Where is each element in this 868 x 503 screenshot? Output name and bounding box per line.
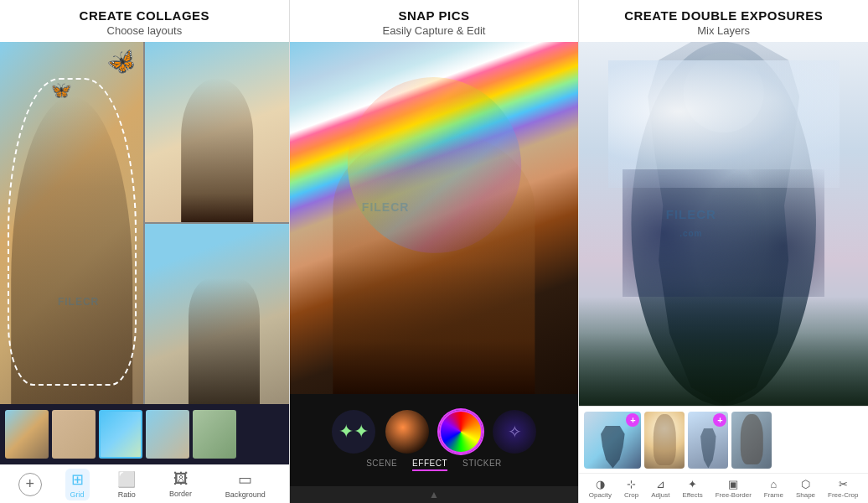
clouds-overlay — [608, 60, 840, 188]
shape-label: Shape — [796, 491, 815, 499]
tab-scene[interactable]: SCENE — [366, 459, 397, 471]
grid-icon: ⊞ — [71, 470, 84, 489]
tp3-adjust[interactable]: ⊿ Adjust — [651, 478, 669, 499]
opacity-icon: ◑ — [596, 478, 605, 490]
snap-title: SNAP PICS — [298, 8, 571, 23]
tp3-shape[interactable]: ⬡ Shape — [796, 478, 815, 499]
tp3-frame[interactable]: ⌂ Frame — [764, 478, 783, 499]
collage-toolbar: + ⊞ Grid ⬜ Ratio 🖼 Border ▭ Background — [0, 464, 289, 503]
snap-main-photo: FILECR — [290, 42, 579, 394]
effects-tabs: SCENE EFFECT STICKER — [366, 459, 502, 471]
collage-thumb-1[interactable] — [5, 410, 49, 459]
toolbar-background[interactable]: ▭ Background — [220, 469, 271, 500]
butterfly-small-icon: 🦋 — [49, 78, 73, 101]
person-figure-br — [189, 278, 261, 405]
de-thumb-3[interactable]: + — [688, 412, 728, 469]
effect-gradient[interactable] — [385, 410, 429, 454]
panel-collages: CREATE COLLAGES Choose layouts 🦋 🦋 — [0, 0, 290, 503]
frame-icon: ⌂ — [770, 478, 777, 490]
plus-badge-1: + — [626, 413, 639, 427]
panel-double-exposure: CREATE DOUBLE EXPOSURES Mix Layers FILEC… — [579, 0, 868, 503]
effects-circles: ✦✦ ✧ — [332, 410, 536, 454]
crop-label: Crop — [624, 491, 638, 499]
starry-overlay — [623, 169, 824, 297]
collage-cell-main: 🦋 🦋 — [0, 42, 143, 404]
stars-content: ✦✦ — [338, 421, 369, 443]
effect-sparkle[interactable]: ✧ — [493, 410, 536, 454]
effect-stars[interactable]: ✦✦ — [332, 410, 375, 454]
tab-sticker[interactable]: STICKER — [462, 459, 502, 471]
de-thumb-silhouette-1 — [596, 426, 630, 469]
person-figure-tr — [181, 78, 253, 222]
effects-bar: ✦✦ ✧ SCENE EFFECT STICKER — [290, 394, 579, 486]
free-border-label: Free-Border — [716, 491, 752, 499]
de-content: FILECR.com + + — [579, 42, 868, 503]
background-icon: ▭ — [238, 470, 252, 489]
shape-icon: ⬡ — [801, 478, 810, 490]
add-button[interactable]: + — [18, 473, 42, 496]
toolbar-grid[interactable]: ⊞ Grid — [65, 469, 90, 500]
butterfly-icon: 🦋 — [104, 44, 141, 80]
toolbar-border[interactable]: 🖼 Border — [164, 469, 197, 500]
collage-thumb-3[interactable] — [99, 410, 142, 459]
adjust-label: Adjust — [651, 491, 669, 499]
de-toolbar: ◑ Opacity ⊹ Crop ⊿ Adjust ✦ Effects ▣ — [579, 473, 868, 503]
panel-snap-header: SNAP PICS Easily Capture & Edit — [290, 0, 579, 42]
snap-content: FILECR ✦✦ ✧ — [290, 42, 579, 503]
de-subtitle: Mix Layers — [587, 24, 860, 37]
selection-outline — [8, 78, 137, 386]
collage-cell-top-right — [145, 42, 288, 222]
panel-de-header: CREATE DOUBLE EXPOSURES Mix Layers — [579, 0, 868, 42]
tab-effect[interactable]: EFFECT — [412, 459, 447, 471]
border-icon: 🖼 — [173, 470, 189, 488]
bottom-arrow: ▲ — [290, 486, 579, 503]
de-thumb-person-2 — [654, 414, 675, 465]
collage-cell-bottom-right — [145, 224, 288, 404]
de-title: CREATE DOUBLE EXPOSURES — [587, 8, 860, 23]
collages-content: 🦋 🦋 — [0, 42, 289, 503]
de-thumbs-strip: + + — [579, 406, 868, 473]
de-thumb-2[interactable] — [644, 412, 685, 469]
de-thumb-4[interactable] — [731, 412, 772, 469]
free-crop-icon: ✂ — [839, 478, 848, 490]
collage-grid: 🦋 🦋 — [0, 42, 289, 404]
grid-label: Grid — [70, 490, 85, 499]
free-crop-label: Free-Crop — [828, 491, 858, 499]
collages-subtitle: Choose layouts — [8, 24, 281, 37]
plus-badge-3: + — [713, 413, 726, 427]
frame-label: Frame — [764, 491, 783, 499]
de-thumb-silhouette-3 — [697, 428, 719, 469]
crop-icon: ⊹ — [627, 478, 636, 490]
tp3-free-border[interactable]: ▣ Free-Border — [716, 478, 752, 499]
collages-title: CREATE COLLAGES — [8, 8, 281, 23]
de-thumb-person-4 — [741, 414, 762, 464]
de-main-photo: FILECR.com — [579, 42, 868, 406]
panel-collages-header: CREATE COLLAGES Choose layouts — [0, 0, 289, 42]
collage-thumb-2[interactable] — [52, 410, 96, 459]
tp3-free-crop[interactable]: ✂ Free-Crop — [828, 478, 858, 499]
tp3-effects[interactable]: ✦ Effects — [682, 478, 702, 499]
panel-snap-pics: SNAP PICS Easily Capture & Edit FILECR ✦… — [290, 0, 580, 503]
snap-subtitle: Easily Capture & Edit — [298, 24, 571, 37]
effects-icon: ✦ — [688, 478, 697, 490]
opacity-label: Opacity — [589, 491, 612, 499]
collage-thumbs-strip — [0, 404, 289, 464]
adjust-icon: ⊿ — [656, 478, 665, 490]
tp3-opacity[interactable]: ◑ Opacity — [589, 478, 612, 499]
border-label: Border — [169, 490, 192, 498]
effect-rainbow-selected[interactable] — [439, 410, 483, 454]
collage-thumb-4[interactable] — [146, 410, 189, 459]
de-thumb-1[interactable]: + — [584, 412, 641, 469]
effects-label: Effects — [682, 491, 702, 499]
forest-overlay — [579, 297, 868, 406]
collage-thumb-5[interactable] — [193, 410, 236, 459]
background-label: Background — [225, 490, 266, 499]
ratio-icon: ⬜ — [117, 470, 136, 489]
tp3-crop[interactable]: ⊹ Crop — [624, 478, 638, 499]
free-border-icon: ▣ — [728, 478, 738, 490]
arrow-up-icon: ▲ — [429, 489, 439, 500]
toolbar-ratio[interactable]: ⬜ Ratio — [112, 469, 141, 500]
sparkle-content: ✧ — [508, 422, 522, 442]
main-container: CREATE COLLAGES Choose layouts 🦋 🦋 — [0, 0, 868, 503]
ratio-label: Ratio — [118, 490, 136, 499]
